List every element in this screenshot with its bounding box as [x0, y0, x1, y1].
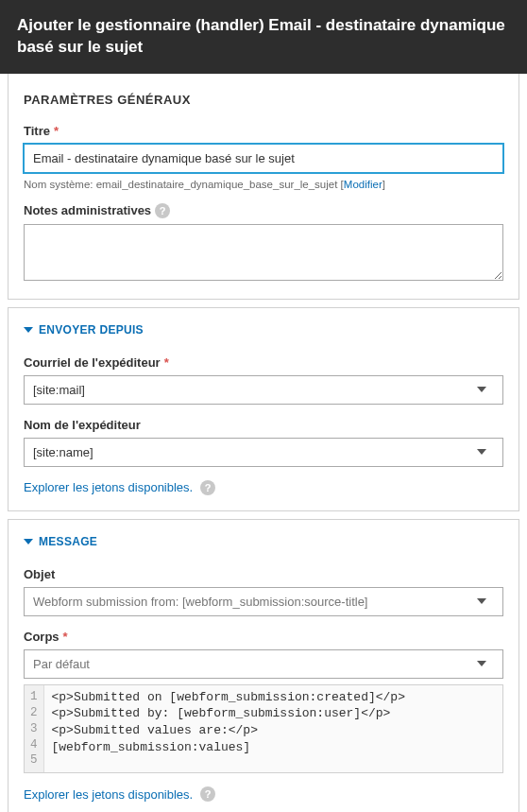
message-panel: Message Objet Webform submission from: […: [8, 519, 519, 812]
from-email-select[interactable]: [site:mail]: [24, 375, 503, 405]
dropdown-arrow-icon: [468, 657, 494, 671]
from-name-select[interactable]: [site:name]: [24, 438, 503, 467]
required-marker: *: [164, 355, 169, 370]
from-email-label: Courriel de l'expéditeur*: [24, 355, 503, 370]
send-from-panel: Envoyer depuis Courriel de l'expéditeur*…: [8, 307, 519, 511]
code-lines[interactable]: <p>Submitted on [webform_submission:crea…: [44, 685, 502, 772]
explore-tokens-link[interactable]: Explorer les jetons disponibles. ?: [24, 786, 503, 802]
body-code-editor[interactable]: 12345 <p>Submitted on [webform_submissio…: [24, 684, 503, 773]
admin-notes-label: Notes administratives ?: [24, 203, 503, 218]
help-icon[interactable]: ?: [200, 480, 215, 495]
system-name-edit-link[interactable]: Modifier: [344, 179, 382, 190]
general-settings-panel: Paramètres généraux Titre* Nom système: …: [8, 74, 519, 300]
title-input[interactable]: [24, 144, 503, 173]
subject-select[interactable]: Webform submission from: [webform_submis…: [24, 587, 503, 616]
title-label: Titre*: [24, 124, 503, 138]
dialog-title: Ajouter le gestionnaire (handler) Email …: [0, 0, 527, 74]
explore-tokens-link[interactable]: Explorer les jetons disponibles. ?: [24, 480, 503, 495]
help-icon[interactable]: ?: [155, 203, 170, 218]
system-name-text: Nom système: email_destinataire_dynamiqu…: [24, 179, 503, 190]
chevron-down-icon: [24, 539, 33, 544]
send-from-toggle[interactable]: Envoyer depuis: [24, 323, 503, 337]
body-label: Corps*: [24, 630, 503, 644]
admin-notes-textarea[interactable]: [24, 224, 503, 281]
dropdown-arrow-icon: [468, 383, 494, 397]
general-section-title: Paramètres généraux: [24, 93, 503, 107]
dropdown-arrow-icon: [468, 445, 494, 459]
dropdown-arrow-icon: [468, 595, 494, 609]
chevron-down-icon: [24, 327, 33, 333]
from-name-label: Nom de l'expéditeur: [24, 418, 503, 432]
body-select[interactable]: Par défaut: [24, 649, 503, 679]
help-icon[interactable]: ?: [200, 786, 215, 802]
subject-label: Objet: [24, 567, 503, 581]
message-toggle[interactable]: Message: [24, 535, 503, 548]
required-marker: *: [54, 124, 59, 138]
required-marker: *: [63, 630, 68, 644]
code-gutter: 12345: [25, 685, 44, 772]
